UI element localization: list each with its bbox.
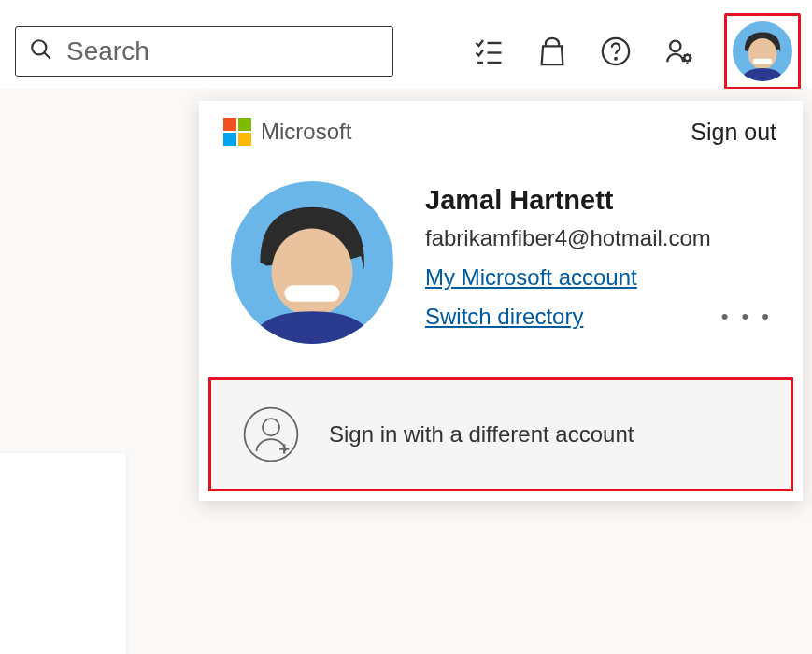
microsoft-brand: Microsoft — [223, 118, 351, 146]
svg-point-14 — [272, 228, 353, 316]
search-input[interactable] — [66, 36, 379, 66]
add-user-icon — [239, 403, 303, 466]
brand-label: Microsoft — [261, 119, 351, 145]
dropdown-header: Microsoft Sign out — [199, 101, 803, 170]
profile-name: Jamal Hartnett — [425, 185, 776, 216]
my-account-link[interactable]: My Microsoft account — [425, 264, 637, 291]
svg-point-0 — [32, 40, 46, 54]
search-box[interactable] — [15, 26, 393, 77]
switch-directory-link[interactable]: Switch directory — [425, 304, 583, 330]
svg-point-6 — [603, 38, 629, 64]
work-items-icon[interactable] — [470, 33, 507, 70]
svg-point-8 — [670, 41, 680, 51]
profile-row: Jamal Hartnett fabrikamfiber4@hotmail.co… — [199, 170, 803, 377]
sign-in-different-account-label: Sign in with a different account — [329, 421, 634, 448]
search-icon — [29, 37, 53, 65]
sign-out-link[interactable]: Sign out — [691, 119, 776, 146]
svg-rect-15 — [284, 285, 339, 301]
sign-in-different-account-button[interactable]: Sign in with a different account — [208, 377, 793, 491]
svg-point-17 — [263, 419, 279, 435]
svg-point-7 — [615, 58, 617, 60]
profile-info: Jamal Hartnett fabrikamfiber4@hotmail.co… — [425, 181, 776, 344]
profile-email: fabrikamfiber4@hotmail.com — [425, 225, 776, 251]
settings-icon[interactable] — [661, 33, 698, 70]
toolbar-icons — [470, 13, 805, 90]
account-dropdown: Microsoft Sign out Jamal Hartnett fabrik… — [199, 101, 803, 501]
more-options-icon[interactable]: • • • — [721, 305, 776, 329]
help-icon[interactable] — [597, 33, 634, 70]
avatar-button[interactable] — [733, 21, 792, 81]
sidebar-card-stub — [0, 453, 126, 654]
avatar-large — [231, 181, 393, 344]
avatar-button-highlight — [724, 13, 801, 90]
microsoft-logo-icon — [223, 118, 251, 146]
marketplace-icon[interactable] — [534, 33, 571, 70]
svg-point-16 — [245, 408, 298, 462]
svg-line-1 — [44, 52, 50, 59]
svg-point-11 — [748, 38, 777, 69]
svg-rect-12 — [753, 59, 772, 64]
